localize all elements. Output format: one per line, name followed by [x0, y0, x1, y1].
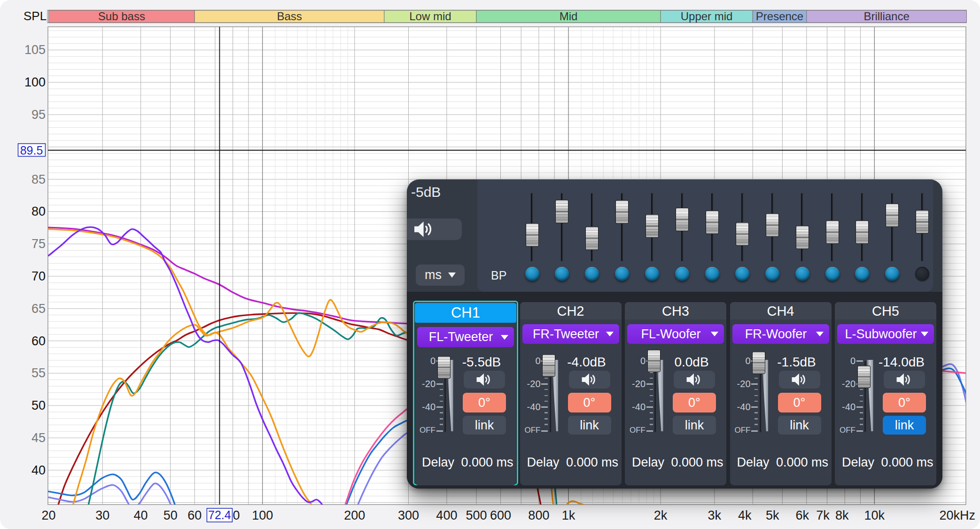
svg-text:100: 100 [252, 508, 273, 522]
svg-text:45: 45 [31, 431, 46, 445]
svg-text:200: 200 [344, 508, 365, 522]
svg-text:Presence: Presence [756, 10, 803, 23]
svg-text:500: 500 [466, 508, 487, 522]
svg-text:89.5: 89.5 [20, 144, 43, 157]
svg-text:50: 50 [31, 398, 46, 412]
svg-text:SPL: SPL [23, 9, 47, 23]
svg-text:30: 30 [95, 508, 109, 522]
svg-text:8k: 8k [835, 508, 849, 522]
svg-text:6k: 6k [796, 508, 809, 522]
svg-text:70: 70 [31, 269, 46, 283]
svg-text:600: 600 [490, 508, 511, 522]
svg-text:1k: 1k [562, 508, 576, 522]
svg-text:85: 85 [31, 172, 46, 187]
svg-text:5k: 5k [766, 508, 779, 522]
svg-text:60: 60 [31, 334, 46, 348]
svg-text:80: 80 [31, 204, 46, 218]
svg-text:20: 20 [41, 508, 55, 522]
svg-text:7k: 7k [816, 508, 830, 522]
svg-text:75: 75 [31, 237, 46, 251]
svg-text:50: 50 [163, 508, 178, 522]
svg-text:Bass: Bass [277, 10, 302, 23]
svg-text:105: 105 [24, 43, 46, 57]
svg-text:800: 800 [528, 508, 549, 522]
svg-text:Brilliance: Brilliance [863, 10, 909, 23]
svg-text:60: 60 [187, 508, 202, 522]
svg-text:10k: 10k [864, 508, 885, 522]
svg-text:Sub bass: Sub bass [98, 10, 145, 23]
svg-text:400: 400 [436, 508, 457, 522]
svg-text:40: 40 [31, 463, 46, 477]
svg-text:72.4: 72.4 [208, 508, 231, 521]
svg-text:100: 100 [24, 75, 46, 89]
svg-text:Upper mid: Upper mid [681, 10, 733, 23]
svg-text:40: 40 [134, 508, 148, 522]
svg-text:95: 95 [31, 108, 46, 122]
svg-text:55: 55 [31, 366, 46, 380]
svg-text:Mid: Mid [560, 10, 578, 23]
svg-text:300: 300 [398, 508, 419, 522]
svg-text:3k: 3k [708, 508, 722, 522]
svg-text:65: 65 [31, 302, 46, 316]
svg-text:4k: 4k [738, 508, 752, 522]
svg-text:Low mid: Low mid [409, 10, 451, 23]
svg-text:20kHz: 20kHz [939, 508, 975, 522]
svg-text:2k: 2k [654, 508, 668, 522]
